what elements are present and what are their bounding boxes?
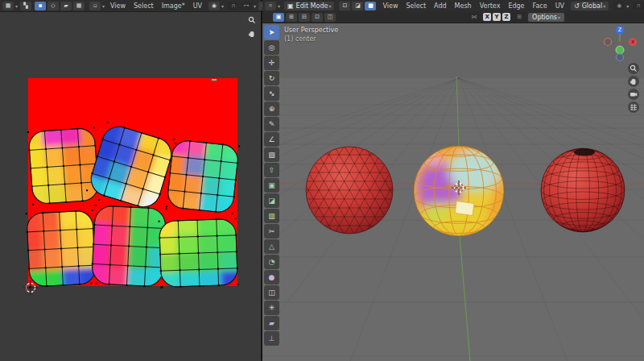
pivot-dropdown[interactable]: ◉▾ xyxy=(613,2,629,10)
menu-add[interactable]: Add xyxy=(434,2,447,10)
gizmo-axis-z-neg[interactable] xyxy=(617,54,624,61)
svg-text:X: X xyxy=(631,39,634,44)
axis-toggle-x[interactable]: X xyxy=(483,13,491,21)
menu-uv[interactable]: UV xyxy=(193,2,202,10)
gizmo-axis-y[interactable] xyxy=(616,46,624,54)
edge-mode-button[interactable]: ◪ xyxy=(352,2,363,10)
viewport-editor-type-button[interactable]: ⌗▾ xyxy=(264,2,280,10)
gizmo-axis-x[interactable]: X xyxy=(629,38,637,46)
tool-measure[interactable]: ∠ xyxy=(264,132,279,147)
uv-editor-header: ▦▾ ▚ ▪◇▰▦ ▫▾ ViewSelectImage*UV ◉▾ ∩⊶▾ ◌… xyxy=(0,0,261,12)
tool-bevel[interactable]: ◪ xyxy=(264,193,279,208)
tool-annotate[interactable]: ✎ xyxy=(264,117,279,131)
sticky-select-icon: ▫ xyxy=(89,2,101,10)
viewport-editor-icon: ⌗ xyxy=(265,2,276,10)
menu-image[interactable]: Image* xyxy=(162,2,185,10)
mode-label: Edit Mode xyxy=(296,2,328,10)
tool-rotate[interactable]: ↻ xyxy=(264,71,279,85)
tool-rip-region[interactable]: ⊥ xyxy=(264,331,279,346)
pan-hand-button[interactable] xyxy=(246,28,258,39)
viewport-menu-bar: ViewSelectAddMeshVertexEdgeFaceUV xyxy=(378,2,568,10)
tool-add-cube[interactable]: ▧ xyxy=(264,147,279,162)
menu-view[interactable]: View xyxy=(110,2,126,10)
tool-poly-build[interactable]: △ xyxy=(264,239,279,254)
mirror-icon[interactable]: ⋈ xyxy=(469,13,480,22)
viewport-3d-view[interactable] xyxy=(262,23,644,361)
snap-grid-icon[interactable]: ⊞ xyxy=(514,13,525,22)
tool-edge-slide[interactable]: ◫ xyxy=(264,285,279,300)
zoom-button[interactable] xyxy=(246,15,258,26)
gizmo-axis-x-neg[interactable] xyxy=(605,39,612,46)
tool-inset-faces[interactable]: ▣ xyxy=(264,178,279,193)
uv-editor-type-button[interactable]: ▦▾ xyxy=(2,2,18,10)
menu-uv[interactable]: UV xyxy=(555,2,564,10)
uv-island[interactable] xyxy=(153,213,244,294)
menu-select[interactable]: Select xyxy=(406,2,426,10)
vertex-mode-button[interactable]: ⊡ xyxy=(339,2,350,10)
uv-select-mode-buttons: ▪◇▰▦ xyxy=(34,2,85,10)
svg-text:Z: Z xyxy=(618,27,622,33)
viewport-canvas[interactable]: ➤◎✛↻↔⊕✎∠▧⇧▣◪▥✂△◔●◫✳▰⊥ User Perspective (… xyxy=(262,23,644,361)
viewport-overlay-text: User Perspective (1) center xyxy=(284,26,338,44)
tool-spin[interactable]: ◔ xyxy=(264,255,279,269)
tool-shrink-fatten[interactable]: ✳ xyxy=(264,301,279,315)
chevron-down-icon: ▾ xyxy=(558,15,560,20)
uv-sticky-select-dropdown[interactable]: ▫▾ xyxy=(89,2,105,10)
tool-scale[interactable]: ↔ xyxy=(264,86,279,101)
zoom-button[interactable] xyxy=(628,63,639,74)
uv-image-editor: ▦▾ ▚ ▪◇▰▦ ▫▾ ViewSelectImage*UV ◉▾ ∩⊶▾ ◌… xyxy=(0,0,261,361)
gizmo-axis-z[interactable]: Z xyxy=(616,26,625,35)
tool-extrude-region[interactable]: ⇧ xyxy=(264,163,279,177)
subtract-mode-button[interactable]: ⊟ xyxy=(299,13,310,22)
uv-snap-dropdown[interactable]: ∩⊶▾ xyxy=(227,2,256,10)
face-mode-button[interactable]: ■ xyxy=(365,2,376,10)
camera-view-button[interactable] xyxy=(628,89,639,100)
navigation-gizmo[interactable]: ZX xyxy=(601,23,640,62)
pan-hand-button[interactable] xyxy=(628,76,639,87)
snap-dropdown[interactable]: ∩⊶▾ xyxy=(632,2,644,10)
uv-texture-view[interactable] xyxy=(0,11,261,361)
set-mode-button[interactable]: ▣ xyxy=(273,13,284,22)
pivot-point-icon: ◉ xyxy=(208,2,220,10)
menu-edge[interactable]: Edge xyxy=(508,2,524,10)
tool-cursor[interactable]: ◎ xyxy=(264,40,279,55)
extend-mode-button[interactable]: ⊞ xyxy=(286,13,297,22)
tool-select-box[interactable]: ➤ xyxy=(264,25,279,39)
tool-move[interactable]: ✛ xyxy=(264,56,279,70)
uv-canvas[interactable] xyxy=(0,11,261,361)
edge-mode-button[interactable]: ◇ xyxy=(47,2,59,10)
menu-view[interactable]: View xyxy=(382,2,398,10)
perspective-toggle-button[interactable] xyxy=(628,102,639,113)
island-mode-button[interactable]: ▦ xyxy=(73,2,85,10)
transform-orientation-dropdown[interactable]: ↺ Global ▾ xyxy=(571,2,609,10)
uv-pivot-dropdown[interactable]: ◉▾ xyxy=(208,2,224,10)
sphere-uvsphere-red[interactable] xyxy=(541,148,625,232)
tool-transform[interactable]: ⊕ xyxy=(264,102,279,116)
tool-smooth[interactable]: ● xyxy=(264,270,279,284)
options-dropdown[interactable]: Options ▾ xyxy=(528,13,564,22)
snap-magnet-icon: ∩ xyxy=(228,2,239,10)
menu-face[interactable]: Face xyxy=(533,2,547,10)
menu-select[interactable]: Select xyxy=(134,2,154,10)
axis-toggle-y[interactable]: Y xyxy=(493,13,501,21)
viewport-header: ⌗▾ ▣ Edit Mode ▾ ⊡◪■ ViewSelectAddMeshVe… xyxy=(262,0,644,12)
viewport-nav-buttons xyxy=(628,63,639,113)
active-face[interactable] xyxy=(455,201,474,216)
menu-mesh[interactable]: Mesh xyxy=(455,2,472,10)
viewport-editor: ⌗▾ ▣ Edit Mode ▾ ⊡◪■ ViewSelectAddMeshVe… xyxy=(262,0,644,361)
uv-island[interactable] xyxy=(20,205,102,294)
tool-shear[interactable]: ▰ xyxy=(264,316,279,330)
vertex-mode-button[interactable]: ▪ xyxy=(35,2,46,10)
orientation-icon: ↺ xyxy=(574,2,580,10)
tool-loop-cut[interactable]: ▥ xyxy=(264,209,279,223)
tool-knife[interactable]: ✂ xyxy=(264,224,279,239)
menu-vertex[interactable]: Vertex xyxy=(480,2,501,10)
invert-mode-button[interactable]: ⊡ xyxy=(312,13,323,22)
uv-sync-select-toggle[interactable]: ▚ xyxy=(20,2,31,10)
axis-toggle-z[interactable]: Z xyxy=(502,13,510,21)
mirror-axis-toggles: XYZ xyxy=(482,13,511,21)
select-tool-mode-buttons: ▣⊞⊟⊡◫ xyxy=(272,13,336,22)
intersect-mode-button[interactable]: ◫ xyxy=(324,13,336,22)
mode-dropdown[interactable]: ▣ Edit Mode ▾ xyxy=(284,2,334,10)
face-mode-button[interactable]: ▰ xyxy=(60,2,72,10)
